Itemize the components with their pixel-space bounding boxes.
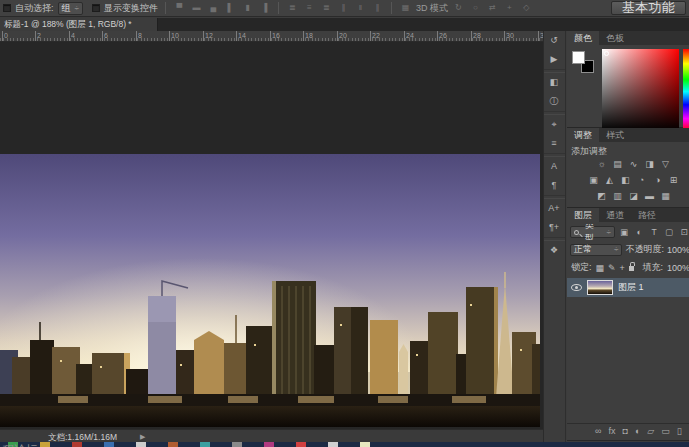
properties-panel-icon[interactable]: ◧	[544, 73, 564, 92]
gradient-map-icon[interactable]: ▬	[643, 190, 656, 202]
color-swatches	[572, 51, 598, 77]
3d-rotate-icon[interactable]: ↻	[452, 2, 465, 14]
tab-layers[interactable]: 图层	[567, 208, 599, 222]
auto-select-value: 组	[62, 2, 71, 15]
new-adjustment-layer-icon[interactable]: ◐	[635, 426, 640, 436]
color-panel-tabs: 颜色 色板	[567, 31, 689, 45]
lock-image-pixels-icon[interactable]: ✎	[608, 263, 616, 273]
filter-type-layers-icon[interactable]: T	[648, 226, 660, 238]
adjustments-panel-tabs: 调整 样式	[567, 128, 689, 142]
taskbar-icon	[200, 442, 210, 447]
lock-position-icon[interactable]: +	[620, 263, 625, 273]
measurement-log-panel-icon[interactable]: ≡	[544, 134, 564, 153]
layer-mask-icon[interactable]: ◘	[622, 426, 627, 436]
panel-dock: ↺ ▶ ◧ ⓘ ⌖ ≡ A ¶ A+ ¶+ ❖	[544, 31, 566, 442]
canvas-pasteboard[interactable]: 程论坛 X8.COM	[0, 42, 543, 429]
taskbar-icon	[168, 442, 178, 447]
layer-row-selected[interactable]: 图层 1	[567, 278, 689, 297]
exposure-icon[interactable]: ◨	[643, 158, 656, 170]
hue-slider[interactable]	[683, 49, 689, 131]
link-layers-icon[interactable]: ∞	[595, 426, 601, 436]
os-taskbar-strip	[0, 442, 689, 447]
new-layer-icon[interactable]: ▭	[661, 426, 670, 436]
3d-drag-icon[interactable]: ⇄	[486, 2, 499, 14]
invert-icon[interactable]: ◩	[595, 190, 608, 202]
filter-adjustment-layers-icon[interactable]: ◐	[633, 226, 645, 238]
lock-transparent-pixels-icon[interactable]: ▦	[596, 263, 605, 273]
tab-color[interactable]: 颜色	[567, 31, 599, 45]
dropdown-arrow-icon: ÷	[614, 245, 618, 254]
align-bottom-icon[interactable]: ▄	[207, 2, 220, 14]
paragraph-styles-panel-icon[interactable]: ¶+	[544, 218, 564, 237]
levels-icon[interactable]: ▤	[611, 158, 624, 170]
3d-panel-icon[interactable]: ❖	[544, 241, 564, 260]
layer-filter-dropdown[interactable]: 类型 ÷	[570, 226, 615, 238]
delete-layer-icon[interactable]: ▯	[677, 426, 682, 436]
color-picker-field[interactable]	[602, 49, 679, 131]
auto-select-dropdown[interactable]: 组 ÷	[58, 2, 83, 15]
fill-value[interactable]: 100%	[667, 263, 689, 273]
layer-effects-icon[interactable]: fx	[608, 426, 615, 436]
workspace-switcher-button[interactable]: 基本功能	[611, 1, 686, 15]
color-balance-icon[interactable]: ◭	[603, 174, 616, 186]
layer-visibility-eye-icon[interactable]	[571, 284, 582, 291]
distribute-hcenter-icon[interactable]: ‖	[354, 2, 367, 14]
photo-filter-icon[interactable]: ◔	[635, 174, 648, 186]
hue-saturation-icon[interactable]: ▣	[587, 174, 600, 186]
color-picker-marker[interactable]	[604, 51, 609, 56]
distribute-vcenter-icon[interactable]: ≡	[303, 2, 316, 14]
distribute-top-icon[interactable]: ≣	[286, 2, 299, 14]
horizontal-ruler[interactable]: 0 2 4 6 8 10 12 14 16 18 20 22 24 26 28 …	[0, 31, 543, 42]
filter-pixel-layers-icon[interactable]: ▣	[618, 226, 630, 238]
filter-shape-layers-icon[interactable]: ▢	[663, 226, 675, 238]
align-top-icon[interactable]: ▀	[173, 2, 186, 14]
taskbar-icon	[104, 442, 114, 447]
channel-mixer-icon[interactable]: ◑	[651, 174, 664, 186]
info-panel-icon[interactable]: ⓘ	[544, 92, 564, 111]
distribute-right-icon[interactable]: ∥	[371, 2, 384, 14]
distribute-left-icon[interactable]: ∥	[337, 2, 350, 14]
search-icon	[574, 230, 579, 235]
document-canvas-image[interactable]	[0, 154, 540, 427]
clone-source-panel-icon[interactable]: ⌖	[544, 115, 564, 134]
tab-styles[interactable]: 样式	[599, 128, 631, 142]
tab-channels[interactable]: 通道	[599, 208, 631, 222]
selective-color-icon[interactable]: ▦	[659, 190, 672, 202]
foreground-color-swatch[interactable]	[572, 51, 585, 64]
character-styles-panel-icon[interactable]: A+	[544, 199, 564, 218]
brightness-contrast-icon[interactable]: ☼	[595, 158, 608, 170]
separator	[165, 2, 166, 14]
color-lookup-icon[interactable]: ⊞	[667, 174, 680, 186]
3d-scale-icon[interactable]: ◇	[520, 2, 533, 14]
3d-roll-icon[interactable]: ○	[469, 2, 482, 14]
tab-adjustments[interactable]: 调整	[567, 128, 599, 142]
lock-all-icon[interactable]	[629, 266, 635, 271]
black-white-icon[interactable]: ◧	[619, 174, 632, 186]
3d-slide-icon[interactable]: +	[503, 2, 516, 14]
character-panel-icon[interactable]: A	[544, 157, 564, 176]
history-panel-icon[interactable]: ↺	[544, 31, 564, 50]
auto-align-layers-icon[interactable]: ▦	[399, 2, 412, 14]
vibrance-icon[interactable]: ▽	[659, 158, 672, 170]
align-left-icon[interactable]: ▌	[224, 2, 237, 14]
threshold-icon[interactable]: ◪	[627, 190, 640, 202]
layer-name: 图层 1	[618, 281, 644, 294]
distribute-bottom-icon[interactable]: ≣	[320, 2, 333, 14]
blend-mode-dropdown[interactable]: 正常 ÷	[570, 244, 622, 256]
align-vcenter-icon[interactable]: ▬	[190, 2, 203, 14]
tab-paths[interactable]: 路径	[631, 208, 663, 222]
posterize-icon[interactable]: ▥	[611, 190, 624, 202]
align-right-icon[interactable]: ▐	[258, 2, 271, 14]
tab-swatches[interactable]: 色板	[599, 31, 631, 45]
layer-thumbnail[interactable]	[587, 280, 613, 295]
auto-select-checkbox[interactable]	[3, 4, 11, 12]
new-group-icon[interactable]: ▱	[647, 426, 654, 436]
paragraph-panel-icon[interactable]: ¶	[544, 176, 564, 195]
actions-panel-icon[interactable]: ▶	[544, 50, 564, 69]
filter-smart-objects-icon[interactable]: ⊡	[678, 226, 689, 238]
show-transform-checkbox[interactable]	[92, 4, 100, 12]
curves-icon[interactable]: ∿	[627, 158, 640, 170]
document-tab[interactable]: 标题-1 @ 188% (图层 1, RGB/8) *	[0, 18, 158, 31]
align-hcenter-icon[interactable]: ▮	[241, 2, 254, 14]
opacity-value[interactable]: 100%	[667, 245, 689, 255]
